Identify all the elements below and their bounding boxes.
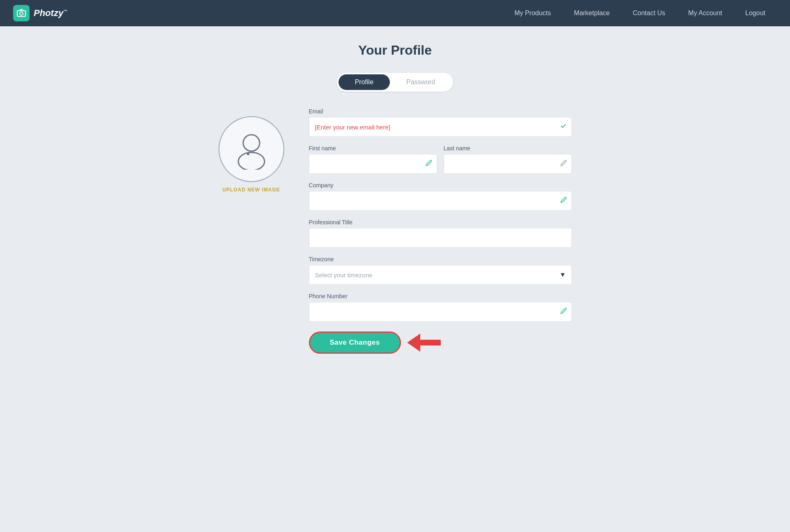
first-name-input[interactable] xyxy=(309,154,437,174)
page-title: Your Profile xyxy=(219,43,572,58)
arrow-shaft xyxy=(420,340,441,345)
last-name-wrapper xyxy=(444,154,572,174)
first-name-group: First name xyxy=(309,145,437,174)
upload-image-label[interactable]: UPLOAD NEW IMAGE xyxy=(222,187,280,193)
profile-section: UPLOAD NEW IMAGE Email First xyxy=(219,108,572,354)
phone-wrapper xyxy=(309,302,572,322)
tab-password[interactable]: Password xyxy=(390,74,451,90)
email-label: Email xyxy=(309,108,572,115)
svg-point-2 xyxy=(243,135,260,151)
brand-name: Photzy™ xyxy=(34,8,67,18)
phone-label: Phone Number xyxy=(309,293,572,299)
first-name-wrapper xyxy=(309,154,437,174)
email-input[interactable] xyxy=(309,117,572,137)
nav-my-account[interactable]: My Account xyxy=(677,0,734,26)
company-group: Company xyxy=(309,182,572,211)
last-name-label: Last name xyxy=(444,145,572,152)
svg-point-4 xyxy=(247,153,249,155)
save-area: Save Changes xyxy=(309,332,572,354)
phone-group: Phone Number xyxy=(309,293,572,322)
svg-point-1 xyxy=(20,12,23,15)
nav-logout[interactable]: Logout xyxy=(734,0,777,26)
name-row: First name Last name xyxy=(309,145,572,174)
timezone-select[interactable]: Select your timezone UTC-12:00 UTC-08:00… xyxy=(309,265,572,285)
brand-icon xyxy=(13,5,30,21)
timezone-group: Timezone Select your timezone UTC-12:00 … xyxy=(309,256,572,285)
arrow-indicator xyxy=(408,334,441,352)
avatar-area: UPLOAD NEW IMAGE xyxy=(219,116,284,193)
nav-contact-us[interactable]: Contact Us xyxy=(621,0,677,26)
form-area: Email First name xyxy=(309,108,572,354)
navbar: Photzy™ My Products Marketplace Contact … xyxy=(0,0,790,26)
first-name-label: First name xyxy=(309,145,437,152)
email-edit-icon xyxy=(560,122,567,132)
avatar-circle xyxy=(219,116,284,182)
nav-my-products[interactable]: My Products xyxy=(503,0,562,26)
professional-title-group: Professional Title xyxy=(309,219,572,248)
timezone-label: Timezone xyxy=(309,256,572,263)
tab-container: Profile Password xyxy=(219,73,572,92)
nav-marketplace[interactable]: Marketplace xyxy=(562,0,621,26)
timezone-select-wrapper: Select your timezone UTC-12:00 UTC-08:00… xyxy=(309,265,572,285)
professional-title-label: Professional Title xyxy=(309,219,572,226)
company-edit-icon xyxy=(560,197,567,205)
email-group: Email xyxy=(309,108,572,137)
arrow-head xyxy=(407,334,420,352)
last-name-edit-icon xyxy=(560,160,567,168)
phone-edit-icon xyxy=(560,308,567,316)
last-name-group: Last name xyxy=(444,145,572,174)
default-avatar-icon xyxy=(231,129,272,170)
svg-point-3 xyxy=(238,152,265,170)
nav-links: My Products Marketplace Contact Us My Ac… xyxy=(503,0,777,26)
phone-input[interactable] xyxy=(309,302,572,322)
main-content: Your Profile Profile Password UPLOAD NEW… xyxy=(210,26,580,387)
company-wrapper xyxy=(309,191,572,211)
company-label: Company xyxy=(309,182,572,189)
brand-logo[interactable]: Photzy™ xyxy=(13,5,67,21)
save-changes-button[interactable]: Save Changes xyxy=(309,332,401,354)
professional-title-wrapper xyxy=(309,228,572,248)
tab-wrapper: Profile Password xyxy=(337,73,454,92)
company-input[interactable] xyxy=(309,191,572,211)
tab-profile[interactable]: Profile xyxy=(339,74,390,90)
email-input-wrapper xyxy=(309,117,572,137)
last-name-input[interactable] xyxy=(444,154,572,174)
professional-title-input[interactable] xyxy=(309,228,572,248)
first-name-edit-icon xyxy=(426,160,432,168)
